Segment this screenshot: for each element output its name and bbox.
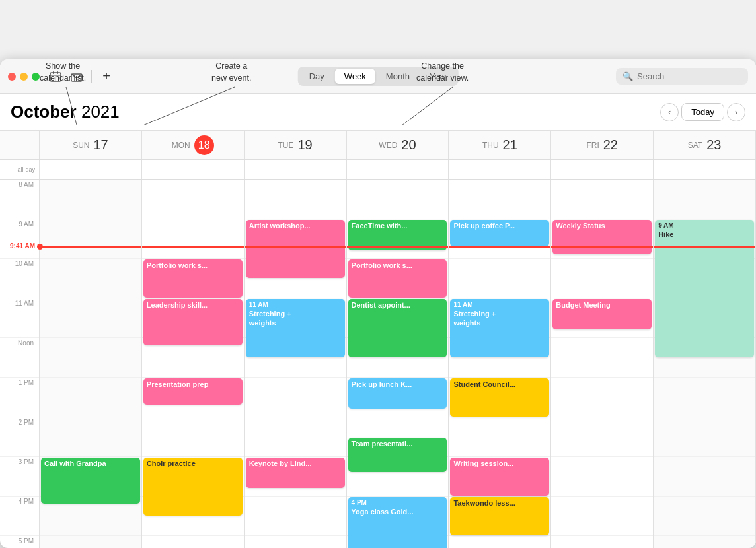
current-time-dot (37, 244, 43, 250)
day-header-wed: Wed 20 (347, 131, 449, 159)
event-artist-workshop[interactable]: Artist workshop... (246, 220, 345, 278)
tab-month[interactable]: Month (377, 69, 419, 84)
hour-row (654, 417, 755, 457)
prev-week-button[interactable]: ‹ (660, 103, 679, 121)
hour-label: 2 PM (0, 417, 39, 457)
allday-cell-wed (347, 160, 449, 179)
day-header-thu: Thu 21 (449, 131, 551, 159)
event-choir-practice[interactable]: Choir practice (143, 458, 243, 516)
current-time-line (142, 246, 244, 248)
current-time-line (40, 246, 141, 248)
svg-rect-6 (57, 71, 58, 74)
hour-row (551, 536, 653, 548)
today-button[interactable]: Today (681, 103, 724, 121)
event-leadership-skills[interactable]: Leadership skill... (143, 299, 243, 345)
event-yoga-wed[interactable]: 4 PMYoga class Gold... (348, 497, 447, 548)
search-input[interactable] (637, 71, 741, 81)
titlebar: + Day Week Month Year 🔍 (0, 59, 756, 94)
hour-row (40, 219, 141, 259)
hour-row (40, 259, 141, 298)
day-col-fri: Weekly StatusBudget Meeting (551, 180, 654, 548)
search-box: 🔍 (616, 68, 748, 85)
current-time-line (449, 246, 550, 248)
svg-rect-5 (53, 71, 54, 74)
hour-label: 9 AM (0, 219, 39, 259)
hour-row (654, 180, 755, 219)
add-event-button[interactable]: + (98, 69, 114, 85)
event-presentation-prep[interactable]: Presentation prep (143, 378, 243, 405)
allday-cell-tue (245, 160, 347, 179)
next-week-button[interactable]: › (727, 103, 745, 121)
event-pick-up-lunch[interactable]: Pick up lunch K... (348, 378, 447, 409)
allday-cell-fri (551, 160, 654, 179)
day-header-spacer (0, 131, 40, 159)
event-dentist[interactable]: Dentist appoint... (348, 299, 447, 357)
allday-cell-mon (142, 160, 245, 179)
close-button[interactable] (8, 73, 16, 81)
toolbar-separator (91, 70, 92, 83)
hour-row (40, 298, 141, 338)
event-pick-up-coffee[interactable]: Pick up coffee P... (450, 220, 549, 246)
hour-row (142, 180, 244, 219)
day-header-fri: Fri 22 (551, 131, 654, 159)
event-student-council[interactable]: Student Council... (450, 378, 549, 417)
hour-label: 10 AM (0, 259, 39, 298)
traffic-lights (8, 73, 40, 81)
inbox-icon[interactable] (69, 69, 85, 85)
allday-cell-sat (654, 160, 756, 179)
hour-row (142, 536, 244, 548)
hour-row (245, 378, 346, 417)
calendar-list-icon[interactable] (48, 69, 63, 85)
event-call-grandpa[interactable]: Call with Grandpa (41, 458, 140, 504)
hour-row (654, 536, 755, 548)
event-writing-session[interactable]: Writing session... (450, 458, 549, 496)
event-portfolio-work-wed[interactable]: Portfolio work s... (348, 259, 447, 298)
fullscreen-button[interactable] (32, 73, 40, 81)
day-col-mon: Portfolio work s...Leadership skill...Pr… (142, 180, 245, 548)
event-stretching-tue[interactable]: 11 AMStretching +weights (246, 299, 345, 357)
hour-label: 8 AM (0, 180, 39, 219)
search-icon: 🔍 (623, 71, 633, 81)
event-stretching-thu[interactable]: 11 AMStretching +weights (450, 299, 549, 357)
tab-year[interactable]: Year (420, 69, 456, 84)
current-time-line (245, 246, 346, 248)
hour-row (449, 417, 550, 457)
hour-row (551, 378, 653, 417)
view-tabs: Day Week Month Year (298, 67, 459, 86)
minimize-button[interactable] (20, 73, 28, 81)
time-area: 8 AM9 AM10 AM11 AMNoon1 PM2 PM3 PM4 PM5 … (0, 180, 756, 548)
hour-label: 3 PM (0, 457, 39, 497)
event-portfolio-work-mon[interactable]: Portfolio work s... (143, 259, 243, 298)
day-header-sat: Sat 23 (654, 131, 756, 159)
event-taekwondo[interactable]: Taekwondo less... (450, 497, 549, 535)
event-budget-meeting[interactable]: Budget Meeting (552, 299, 652, 329)
event-weekly-status[interactable]: Weekly Status (552, 220, 652, 254)
hour-row (40, 338, 141, 378)
navigation-buttons: ‹ Today › (660, 103, 745, 121)
hour-label: 11 AM (0, 298, 39, 338)
event-keynote[interactable]: Keynote by Lind... (246, 458, 345, 488)
allday-cell-sun (40, 160, 142, 179)
allday-cell-thu (449, 160, 551, 179)
event-team-presentation[interactable]: Team presentati... (348, 438, 447, 472)
event-hike[interactable]: 9 AMHike (655, 220, 754, 357)
hour-row (551, 417, 653, 457)
hour-row (551, 338, 653, 378)
hour-row (449, 180, 550, 219)
hour-row (40, 536, 141, 548)
time-column: 8 AM9 AM10 AM11 AMNoon1 PM2 PM3 PM4 PM5 … (0, 180, 40, 548)
day-col-thu: Pick up coffee P...11 AMStretching +weig… (449, 180, 551, 548)
allday-label: all-day (0, 160, 40, 179)
hour-row (551, 259, 653, 298)
hour-row (449, 259, 550, 298)
hour-row (551, 497, 653, 536)
hour-row (245, 417, 346, 457)
current-time-line (654, 246, 755, 248)
hour-label: 5 PM (0, 536, 39, 548)
tab-day[interactable]: Day (300, 69, 334, 84)
hour-label: Noon (0, 338, 39, 378)
tab-week[interactable]: Week (335, 69, 375, 84)
hour-row (245, 536, 346, 548)
calendar-header: October 2021 ‹ Today › (0, 94, 756, 131)
hour-row (654, 457, 755, 497)
